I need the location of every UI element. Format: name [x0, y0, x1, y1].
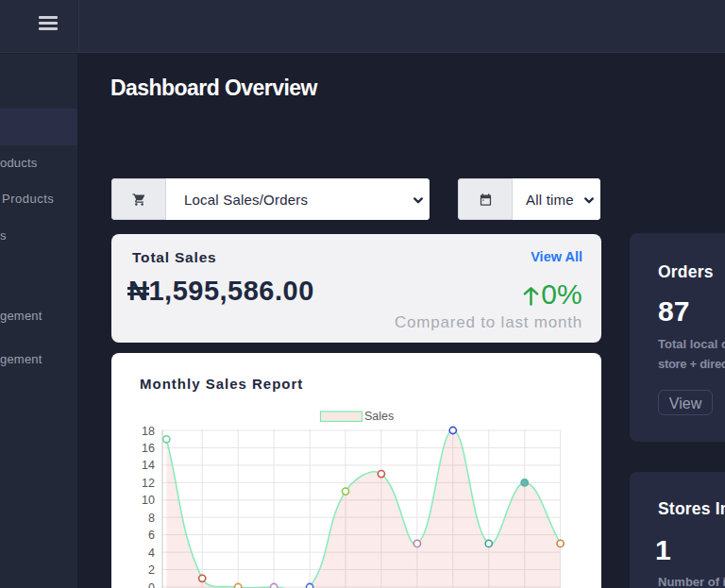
- svg-text:2: 2: [148, 563, 155, 577]
- svg-text:16: 16: [142, 442, 155, 455]
- svg-text:12: 12: [142, 477, 155, 490]
- svg-text:0: 0: [148, 581, 155, 588]
- svg-text:14: 14: [142, 459, 155, 472]
- svg-text:18: 18: [142, 425, 155, 438]
- svg-text:6: 6: [148, 529, 155, 542]
- svg-text:10: 10: [142, 494, 155, 507]
- svg-text:4: 4: [148, 546, 155, 560]
- svg-text:8: 8: [148, 512, 155, 525]
- svg-text:Sales: Sales: [364, 410, 394, 423]
